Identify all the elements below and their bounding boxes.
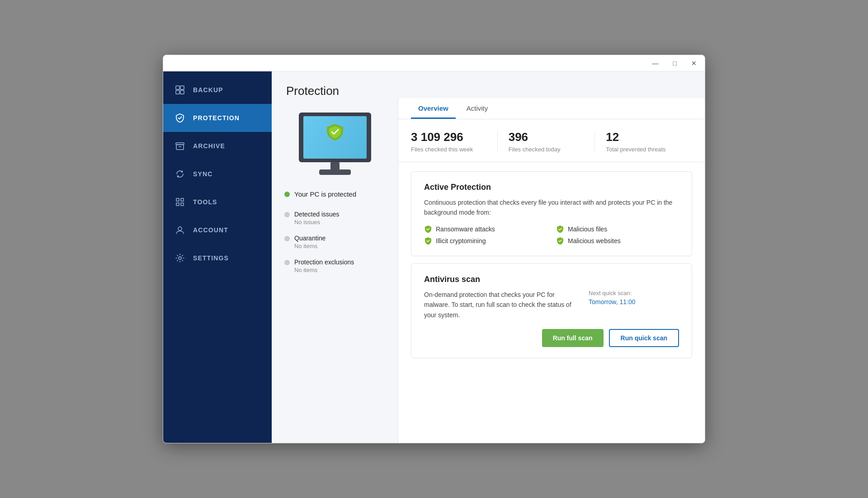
stats-row: 3 109 296 Files checked this week 396 Fi… (398, 119, 705, 162)
quarantine-title: Quarantine (294, 235, 326, 242)
sidebar-item-sync[interactable]: SYNC (163, 160, 272, 188)
detected-issues-title: Detected issues (294, 211, 340, 218)
monitor-illustration (290, 109, 380, 181)
svg-rect-16 (330, 162, 340, 170)
stat-threats: 12 Total prevented threats (606, 130, 692, 153)
next-scan-time: Tomorrow, 11:00 (589, 298, 679, 305)
svg-rect-1 (180, 86, 184, 89)
page-title: Protection (286, 84, 690, 98)
sidebar-item-settings[interactable]: SETTINGS (163, 244, 272, 272)
sidebar-item-account[interactable]: ACCOUNT (163, 216, 272, 244)
files-week-number: 3 109 296 (411, 130, 486, 144)
detected-issues-section[interactable]: Detected issues No issues (284, 211, 340, 226)
svg-point-12 (179, 257, 181, 259)
feature-malicious-websites: Malicious websites (556, 237, 679, 245)
status-label: Your PC is protected (294, 190, 356, 198)
threats-label: Total prevented threats (606, 146, 681, 153)
sidebar-label-archive: ARCHIVE (193, 142, 225, 150)
files-week-label: Files checked this week (411, 146, 486, 153)
sidebar-label-tools: TOOLS (193, 198, 217, 206)
content-body: Your PC is protected Detected issues No … (272, 98, 705, 443)
feature-malicious-websites-label: Malicious websites (568, 237, 621, 244)
quarantine-dot (284, 236, 290, 241)
sidebar: BACKUP PROTECTION (163, 71, 272, 443)
files-today-label: Files checked today (509, 146, 584, 153)
run-full-scan-button[interactable]: Run full scan (542, 329, 604, 347)
sidebar-label-protection: PROTECTION (193, 114, 240, 122)
cryptomining-shield-icon (424, 237, 432, 245)
protection-exclusions-sub: No items (294, 267, 354, 273)
feature-malicious-files: Malicious files (556, 225, 679, 233)
antivirus-desc: On-demand protection that checks your PC… (424, 290, 580, 320)
threats-number: 12 (606, 130, 681, 144)
tab-activity[interactable]: Activity (459, 98, 495, 119)
feature-cryptomining-label: Illicit cryptomining (436, 237, 486, 244)
right-panel: Overview Activity 3 109 296 Files checke… (398, 98, 705, 443)
protection-icon (174, 112, 186, 124)
tabs-bar: Overview Activity (398, 98, 705, 119)
close-button[interactable]: ✕ (689, 59, 699, 68)
svg-rect-8 (181, 198, 184, 201)
active-protection-card: Active Protection Continuous protection … (411, 171, 692, 256)
sidebar-item-tools[interactable]: TOOLS (163, 188, 272, 216)
detected-issues-sub: No issues (294, 219, 340, 226)
backup-icon (174, 84, 186, 96)
sync-icon (174, 168, 186, 180)
sidebar-item-backup[interactable]: BACKUP (163, 76, 272, 104)
archive-icon (174, 140, 186, 152)
sidebar-label-sync: SYNC (193, 170, 212, 178)
minimize-button[interactable]: — (650, 59, 661, 68)
sidebar-item-archive[interactable]: ARCHIVE (163, 132, 272, 160)
stat-files-week: 3 109 296 Files checked this week (411, 130, 498, 153)
settings-icon (174, 252, 186, 264)
feature-ransomware-label: Ransomware attacks (436, 226, 495, 233)
sidebar-label-account: ACCOUNT (193, 226, 228, 234)
account-icon (174, 224, 186, 236)
feature-malicious-files-label: Malicious files (568, 226, 607, 233)
svg-rect-3 (180, 90, 184, 94)
svg-rect-5 (176, 145, 184, 150)
malicious-files-shield-icon (556, 225, 564, 233)
svg-point-11 (178, 227, 182, 230)
protection-exclusions-section[interactable]: Protection exclusions No items (284, 258, 354, 273)
tab-overview[interactable]: Overview (411, 98, 456, 119)
sidebar-item-protection[interactable]: PROTECTION (163, 104, 272, 132)
left-panel: Your PC is protected Detected issues No … (272, 98, 398, 443)
next-scan-label: Next quick scan: (589, 290, 679, 296)
titlebar: — □ ✕ (163, 55, 705, 71)
ransomware-shield-icon (424, 225, 432, 233)
antivirus-title: Antivirus scan (424, 275, 679, 284)
quarantine-sub: No items (294, 243, 326, 249)
protection-exclusions-title: Protection exclusions (294, 258, 354, 266)
feature-cryptomining: Illicit cryptomining (424, 237, 547, 245)
main-content: Protection (272, 71, 705, 443)
scan-buttons: Run full scan Run quick scan (424, 329, 679, 347)
protection-exclusions-dot (284, 260, 290, 265)
svg-rect-2 (176, 90, 179, 94)
quarantine-section[interactable]: Quarantine No items (284, 235, 326, 249)
files-today-number: 396 (509, 130, 584, 144)
svg-rect-17 (319, 169, 351, 175)
malicious-websites-shield-icon (556, 237, 564, 245)
main-layout: BACKUP PROTECTION (163, 71, 705, 443)
status-indicator (284, 192, 290, 197)
maximize-button[interactable]: □ (670, 59, 679, 68)
antivirus-right: Next quick scan: Tomorrow, 11:00 (589, 290, 679, 305)
active-protection-title: Active Protection (424, 183, 679, 192)
main-window: — □ ✕ BACKUP (163, 55, 705, 443)
svg-rect-10 (181, 203, 184, 206)
run-quick-scan-button[interactable]: Run quick scan (609, 329, 679, 347)
feature-ransomware: Ransomware attacks (424, 225, 547, 233)
tools-icon (174, 196, 186, 208)
stat-files-today: 396 Files checked today (509, 130, 595, 153)
active-protection-desc: Continuous protection that checks every … (424, 197, 679, 218)
cards-area: Active Protection Continuous protection … (398, 162, 705, 367)
sidebar-label-backup: BACKUP (193, 86, 223, 94)
svg-rect-9 (176, 203, 179, 206)
svg-rect-0 (176, 86, 179, 89)
svg-rect-7 (176, 198, 179, 201)
sidebar-label-settings: SETTINGS (193, 254, 229, 262)
pc-status: Your PC is protected (284, 190, 356, 198)
antivirus-body: On-demand protection that checks your PC… (424, 290, 679, 320)
detected-issues-dot (284, 212, 290, 217)
